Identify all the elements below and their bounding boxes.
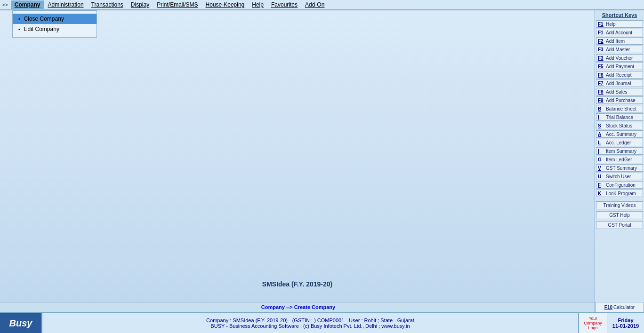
menu-bar: >> Company Administration Transactions D… <box>0 0 644 10</box>
shortcut-f1-help[interactable]: F1Help <box>596 20 643 28</box>
shortcut-f8-add-sales[interactable]: F8Add Sales <box>596 88 643 95</box>
company-center-text: SMSIdea (F.Y. 2019-20) <box>0 280 595 288</box>
training-videos-button[interactable]: Training Videos <box>596 201 643 209</box>
shortcut-f9-add-purchase[interactable]: F9Add Purchase <box>596 96 643 104</box>
menu-help[interactable]: Help <box>248 0 267 9</box>
shortcut-g-item-ledger[interactable]: GItem LedGer <box>596 156 643 163</box>
shortcut-s-stock-status[interactable]: SStock Status <box>596 122 643 129</box>
shortcut-k-lock-program[interactable]: KLocK Program <box>596 190 643 197</box>
gst-portal-button[interactable]: GST Portal <box>596 221 643 229</box>
calculator-button[interactable]: F10 Calculator <box>595 302 644 312</box>
footer-date: 11-01-2019 <box>612 323 639 329</box>
shortcut-f6-add-receipt[interactable]: F6Add Receipt <box>596 71 643 79</box>
menu-print[interactable]: Print/Email/SMS <box>153 0 201 9</box>
nav-arrow: >> <box>2 2 8 8</box>
shortcut-panel-title: Shortcut Keys <box>596 12 643 18</box>
main-layout: • Close Company • Edit Company SMSIdea (… <box>0 10 644 302</box>
footer-datetime: Friday 11-01-2019 <box>607 313 644 333</box>
shortcut-a-acc-summary[interactable]: AAcc. Summary <box>596 130 643 138</box>
footer-day: Friday <box>618 317 633 323</box>
shortcut-u-switch-user[interactable]: USwitch User <box>596 173 643 180</box>
shortcut-v-gst-summary[interactable]: VGST Summary <box>596 164 643 172</box>
shortcut-i-trial-balance[interactable]: ITrial Balance <box>596 113 643 121</box>
shortcut-panel: Shortcut Keys F1Help F1Add Account F2Add… <box>595 10 644 302</box>
bullet-icon: • <box>18 16 20 22</box>
company-logo: Your Company Logo <box>579 313 607 333</box>
menu-company[interactable]: Company <box>11 0 44 9</box>
shortcut-f5-add-payment[interactable]: F5Add Payment <box>596 63 643 70</box>
bottom-area: Company --> Create Company F10 Calculato… <box>0 302 644 312</box>
gst-help-button[interactable]: GST Help <box>596 211 643 219</box>
dropdown-item-edit[interactable]: • Edit Company <box>13 24 97 34</box>
shortcut-f2-add-item[interactable]: F2Add Item <box>596 37 643 45</box>
status-bar: Company --> Create Company <box>0 302 595 312</box>
busy-logo: Busy <box>0 313 42 333</box>
menu-display[interactable]: Display <box>127 0 153 9</box>
shortcut-f7-add-journal[interactable]: F7Add Journal <box>596 79 643 87</box>
shortcut-i-item-summary[interactable]: IItem Summary <box>596 147 643 155</box>
footer-info: Company : SMSIdea (F.Y. 2019-20) - (GSTI… <box>42 317 578 329</box>
status-text: Company --> Create Company <box>2 304 595 310</box>
footer-right: Your Company Logo Friday 11-01-2019 <box>578 313 644 333</box>
shortcut-f-configuration[interactable]: FConFiguration <box>596 181 643 189</box>
shortcut-f3-add-master[interactable]: F3Add Master <box>596 46 643 53</box>
company-dropdown: • Close Company • Edit Company <box>12 10 97 38</box>
dropdown-item-close[interactable]: • Close Company <box>13 14 97 24</box>
menu-administration[interactable]: Administration <box>44 0 88 9</box>
menu-transactions[interactable]: Transactions <box>88 0 127 9</box>
shortcut-f3-add-voucher[interactable]: F3Add Voucher <box>596 54 643 62</box>
menu-favourites[interactable]: Favourites <box>267 0 301 9</box>
shortcut-b-balance-sheet[interactable]: BBalance Sheet <box>596 105 643 112</box>
footer: Busy Company : SMSIdea (F.Y. 2019-20) - … <box>0 312 644 333</box>
shortcut-f1-add-account[interactable]: F1Add Account <box>596 29 643 36</box>
menu-housekeeping[interactable]: House-Keeping <box>202 0 249 9</box>
bullet-icon: • <box>18 27 20 32</box>
shortcut-l-acc-ledger[interactable]: LAcc. Ledger <box>596 139 643 146</box>
content-area: • Close Company • Edit Company SMSIdea (… <box>0 10 595 302</box>
footer-line2: BUSY - Business Accounting Software ; (c… <box>42 323 578 329</box>
footer-line1: Company : SMSIdea (F.Y. 2019-20) - (GSTI… <box>42 317 578 323</box>
menu-addon[interactable]: Add-On <box>301 0 328 9</box>
